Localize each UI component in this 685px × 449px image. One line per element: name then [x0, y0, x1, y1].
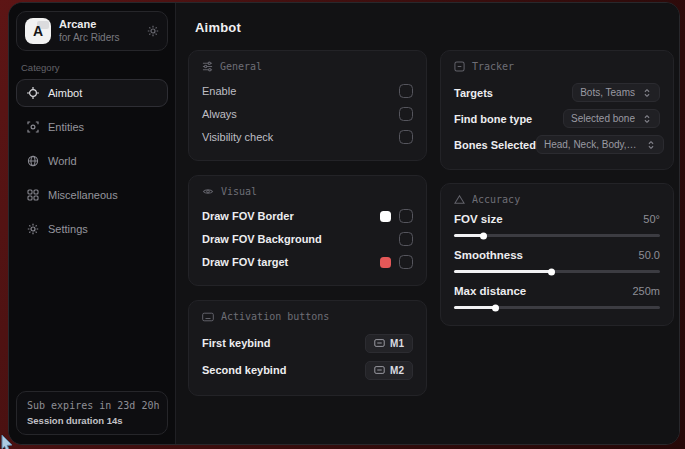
keyboard-icon: [202, 312, 214, 322]
chevron-up-down-icon: [642, 88, 652, 98]
slider-fill: [454, 306, 495, 309]
app-logo: A: [25, 18, 51, 44]
setting-label: Targets: [454, 87, 493, 99]
slider-row: Smoothness 50.0: [454, 249, 660, 273]
setting-row: First keybind M1: [202, 330, 413, 356]
setting-row: Second keybind M2: [202, 357, 413, 383]
setting-row: Find bone type Selected bone: [454, 106, 660, 131]
enable-checkbox[interactable]: [399, 84, 413, 98]
always-checkbox[interactable]: [399, 107, 413, 121]
sidebar-item-entities[interactable]: Entities: [16, 113, 168, 141]
general-card-header: General: [202, 61, 413, 72]
chevron-up-down-icon: [642, 114, 652, 124]
activation-card: Activation buttons First keybind M1: [188, 300, 427, 396]
keyboard-icon: [374, 339, 385, 347]
sidebar-item-settings[interactable]: Settings: [16, 215, 168, 243]
brand-card: A Arcane for Arc Riders: [16, 11, 168, 51]
targets-dropdown[interactable]: Bots, Teams: [572, 83, 660, 102]
app-subtitle: for Arc Riders: [59, 32, 139, 45]
visual-card: Visual Draw FOV Border Draw FOV Backgrou…: [188, 175, 427, 286]
setting-label: Always: [202, 108, 237, 120]
visibility-check-checkbox[interactable]: [399, 130, 413, 144]
sidebar-item-aimbot[interactable]: Aimbot: [16, 79, 168, 107]
setting-label: Draw FOV Background: [202, 233, 322, 245]
fov-background-checkbox[interactable]: [399, 232, 413, 246]
setting-label: Find bone type: [454, 113, 532, 125]
slider-label: Max distance: [454, 285, 526, 297]
sidebar: A Arcane for Arc Riders Category: [9, 3, 176, 444]
setting-label: Enable: [202, 85, 236, 97]
first-keybind-button[interactable]: M1: [365, 334, 413, 353]
sliders-icon: [202, 61, 213, 72]
game-background: A Arcane for Arc Riders Category: [0, 0, 685, 449]
accuracy-card: Accuracy FOV size 50°: [440, 183, 674, 326]
setting-row: Visibility check: [202, 126, 413, 148]
slider-label: Smoothness: [454, 249, 523, 261]
slider-fill: [454, 234, 483, 237]
color-swatch[interactable]: [380, 211, 391, 222]
tracker-card-header: Tracker: [454, 61, 660, 72]
grid-icon: [26, 189, 39, 201]
gear-icon[interactable]: [147, 25, 159, 37]
sidebar-item-label: Settings: [48, 223, 88, 235]
fov-target-checkbox[interactable]: [399, 255, 413, 269]
tracker-card: Tracker Targets Bots, Teams: [440, 50, 674, 170]
setting-row: Draw FOV Border: [202, 205, 413, 227]
sub-expires-text: Sub expires in 23d 20h: [27, 400, 157, 411]
accuracy-card-header: Accuracy: [454, 194, 660, 205]
setting-label: Second keybind: [202, 364, 286, 376]
eye-icon: [202, 186, 214, 197]
slider-value: 50°: [643, 213, 660, 225]
sidebar-item-miscellaneous[interactable]: Miscellaneous: [16, 181, 168, 209]
sidebar-item-label: World: [48, 155, 77, 167]
slider-row: Max distance 250m: [454, 285, 660, 309]
globe-icon: [26, 155, 39, 167]
sidebar-item-label: Aimbot: [48, 87, 82, 99]
fov-size-slider[interactable]: [454, 234, 660, 237]
find-bone-type-dropdown[interactable]: Selected bone: [563, 109, 660, 128]
session-duration-text: Session duration 14s: [27, 415, 157, 426]
setting-label: First keybind: [202, 337, 270, 349]
slider-row: FOV size 50°: [454, 213, 660, 237]
setting-label: Draw FOV Border: [202, 210, 294, 222]
visual-card-header: Visual: [202, 186, 413, 197]
keyboard-icon: [374, 366, 385, 374]
activation-card-header: Activation buttons: [202, 311, 413, 322]
setting-row: Enable: [202, 80, 413, 102]
sidebar-item-label: Miscellaneous: [48, 189, 118, 201]
cheat-menu-window: A Arcane for Arc Riders Category: [8, 2, 680, 445]
gear-icon: [26, 223, 39, 235]
subscription-status-box: Sub expires in 23d 20h Session duration …: [16, 391, 168, 435]
setting-row: Bones Selected Head, Neck, Body, Pe..: [454, 132, 660, 157]
slider-value: 50.0: [639, 249, 660, 261]
category-label: Category: [21, 62, 163, 73]
setting-row: Draw FOV Background: [202, 228, 413, 250]
crosshair-icon: [26, 87, 39, 99]
setting-label: Bones Selected: [454, 139, 536, 151]
triangle-icon: [454, 194, 465, 205]
slider-label: FOV size: [454, 213, 503, 225]
slider-fill: [454, 270, 551, 273]
smoothness-slider[interactable]: [454, 270, 660, 273]
entities-scan-icon: [26, 121, 39, 133]
slider-value: 250m: [632, 285, 660, 297]
second-keybind-button[interactable]: M2: [365, 361, 413, 380]
general-card: General Enable Always Visibility check: [188, 50, 427, 161]
color-swatch[interactable]: [380, 257, 391, 268]
setting-label: Draw FOV target: [202, 256, 288, 268]
brand-text: Arcane for Arc Riders: [59, 18, 139, 44]
bones-selected-dropdown[interactable]: Head, Neck, Body, Pe..: [536, 135, 664, 154]
logo-initial: A: [33, 23, 43, 39]
setting-row: Always: [202, 103, 413, 125]
sidebar-item-world[interactable]: World: [16, 147, 168, 175]
setting-row: Draw FOV target: [202, 251, 413, 273]
page-title: Aimbot: [195, 20, 674, 35]
max-distance-slider[interactable]: [454, 306, 660, 309]
chevron-up-down-icon: [646, 140, 656, 150]
fov-border-checkbox[interactable]: [399, 209, 413, 223]
main-content: Aimbot General Enable: [176, 3, 680, 444]
setting-row: Targets Bots, Teams: [454, 80, 660, 105]
setting-label: Visibility check: [202, 131, 273, 143]
sidebar-item-label: Entities: [48, 121, 84, 133]
app-title: Arcane: [59, 18, 139, 32]
